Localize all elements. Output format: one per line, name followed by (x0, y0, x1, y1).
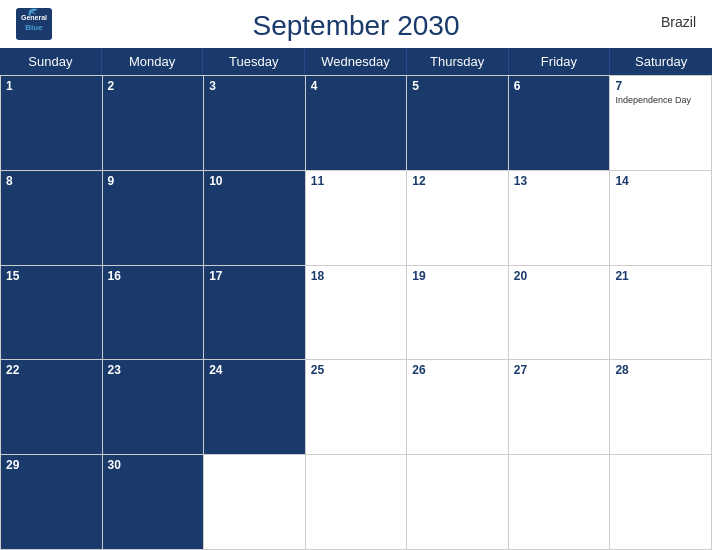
calendar-cell: 28 (610, 360, 712, 455)
date-number: 30 (108, 458, 199, 472)
date-number: 24 (209, 363, 300, 377)
date-number: 29 (6, 458, 97, 472)
calendar-cell: 7Independence Day (610, 76, 712, 171)
date-number: 18 (311, 269, 402, 283)
calendar-cell (610, 455, 712, 550)
date-number: 20 (514, 269, 605, 283)
date-number: 27 (514, 363, 605, 377)
calendar-cell: 26 (407, 360, 509, 455)
country-label: Brazil (661, 14, 696, 30)
logo-icon: General Blue (16, 8, 52, 40)
date-number: 11 (311, 174, 402, 188)
calendar-cell: 20 (509, 266, 611, 361)
calendar-cell (204, 455, 306, 550)
calendar-cell: 5 (407, 76, 509, 171)
calendar-cell (306, 455, 408, 550)
calendar-cell: 13 (509, 171, 611, 266)
date-number: 16 (108, 269, 199, 283)
calendar-cell: 15 (1, 266, 103, 361)
calendar-grid: 1234567Independence Day89101112131415161… (0, 75, 712, 550)
day-header-friday: Friday (509, 48, 611, 75)
calendar-cell: 11 (306, 171, 408, 266)
calendar-cell: 23 (103, 360, 205, 455)
date-number: 28 (615, 363, 706, 377)
calendar-cell: 3 (204, 76, 306, 171)
day-header-thursday: Thursday (407, 48, 509, 75)
date-number: 5 (412, 79, 503, 93)
calendar-cell: 19 (407, 266, 509, 361)
calendar-cell: 9 (103, 171, 205, 266)
calendar-cell: 27 (509, 360, 611, 455)
day-headers: SundayMondayTuesdayWednesdayThursdayFrid… (0, 48, 712, 75)
calendar-cell: 29 (1, 455, 103, 550)
day-header-sunday: Sunday (0, 48, 102, 75)
day-header-saturday: Saturday (610, 48, 712, 75)
date-number: 26 (412, 363, 503, 377)
date-number: 4 (311, 79, 402, 93)
svg-text:General: General (21, 14, 47, 21)
date-number: 15 (6, 269, 97, 283)
day-header-wednesday: Wednesday (305, 48, 407, 75)
date-number: 1 (6, 79, 97, 93)
date-number: 10 (209, 174, 300, 188)
date-number: 6 (514, 79, 605, 93)
calendar-cell: 17 (204, 266, 306, 361)
calendar-cell: 14 (610, 171, 712, 266)
calendar-cell: 21 (610, 266, 712, 361)
date-number: 12 (412, 174, 503, 188)
event-label: Independence Day (615, 95, 706, 106)
calendar-cell (407, 455, 509, 550)
calendar-cell (509, 455, 611, 550)
date-number: 17 (209, 269, 300, 283)
date-number: 13 (514, 174, 605, 188)
calendar-cell: 12 (407, 171, 509, 266)
date-number: 7 (615, 79, 706, 93)
day-header-monday: Monday (102, 48, 204, 75)
day-header-tuesday: Tuesday (203, 48, 305, 75)
date-number: 23 (108, 363, 199, 377)
date-number: 14 (615, 174, 706, 188)
calendar-cell: 30 (103, 455, 205, 550)
date-number: 25 (311, 363, 402, 377)
calendar-cell: 25 (306, 360, 408, 455)
calendar-cell: 8 (1, 171, 103, 266)
calendar-cell: 22 (1, 360, 103, 455)
date-number: 21 (615, 269, 706, 283)
date-number: 3 (209, 79, 300, 93)
calendar-cell: 6 (509, 76, 611, 171)
calendar-cell: 24 (204, 360, 306, 455)
date-number: 2 (108, 79, 199, 93)
svg-text:Blue: Blue (25, 23, 43, 32)
calendar-cell: 1 (1, 76, 103, 171)
calendar-cell: 2 (103, 76, 205, 171)
calendar-header: General Blue September 2030 Brazil (0, 0, 712, 48)
calendar-title: September 2030 (252, 10, 459, 42)
date-number: 8 (6, 174, 97, 188)
calendar-cell: 10 (204, 171, 306, 266)
date-number: 9 (108, 174, 199, 188)
calendar-container: General Blue September 2030 Brazil Sunda… (0, 0, 712, 550)
date-number: 22 (6, 363, 97, 377)
logo: General Blue (16, 8, 52, 40)
calendar-cell: 18 (306, 266, 408, 361)
calendar-cell: 16 (103, 266, 205, 361)
calendar-cell: 4 (306, 76, 408, 171)
date-number: 19 (412, 269, 503, 283)
